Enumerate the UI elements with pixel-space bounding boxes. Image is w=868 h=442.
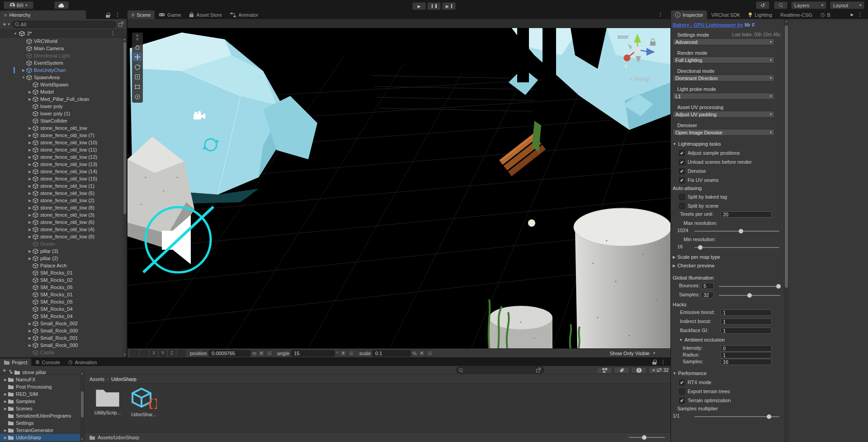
scale-tool-button[interactable] [133, 72, 142, 81]
play-button[interactable]: ▶ [412, 2, 426, 10]
hierarchy-item-stone-fence-old-low[interactable]: ▶stone_fence_old_low [0, 124, 123, 132]
pause-button[interactable] [427, 2, 441, 10]
expand-arrow-icon[interactable]: ▶ [27, 199, 33, 203]
checkbox-unload-scenes-before-render[interactable]: ✔Unload scenes before render [679, 158, 788, 166]
hierarchy-item-stone-fence-old-low-15[interactable]: ▶stone_fence_old_low (15) [0, 175, 123, 182]
filter-by-type-button[interactable] [597, 367, 612, 374]
rotate-tool-button[interactable] [133, 62, 142, 71]
hierarchy-item-stone-fence-old-low-1[interactable]: ▶stone_fence_old_low (1) [0, 182, 123, 190]
open-window-icon[interactable] [536, 367, 541, 373]
dropdown-denoiser[interactable]: Open Image Denoise▾ [673, 129, 774, 136]
angle-plus-button[interactable]: + [340, 350, 346, 356]
tab-hierarchy[interactable]: ≡ Hierarchy [0, 10, 86, 19]
hierarchy-item-stone-fence-old-low-4[interactable]: ▶stone_fence_old_low (4) [0, 226, 123, 233]
expand-arrow-icon[interactable]: ▶ [27, 162, 33, 166]
perspective-label[interactable]: < Persp [629, 76, 650, 82]
foldout-arrow-icon[interactable]: ▼ [14, 32, 17, 36]
lock-icon[interactable] [652, 359, 657, 365]
step-button[interactable]: ▶ [442, 2, 456, 10]
filter-by-label-button[interactable] [614, 367, 629, 374]
expand-arrow-icon[interactable]: ▶ [27, 336, 33, 340]
input-samples[interactable]: 16 [721, 359, 772, 365]
project-folder-udonsharp[interactable]: ▶UdonSharp [0, 434, 84, 441]
hierarchy-item-eventsystem[interactable]: EventSystem [0, 59, 123, 67]
project-folder-scenes[interactable]: ▶Scenes [0, 405, 84, 412]
tab-animation[interactable]: ◷Animation [64, 358, 101, 366]
hierarchy-item-vrcworld[interactable]: VRCWorld [0, 38, 123, 45]
expand-arrow-icon[interactable]: ▶ [27, 228, 33, 232]
input-backface-gi[interactable]: 1 [721, 328, 772, 334]
expand-arrow-icon[interactable]: ▶ [27, 213, 33, 217]
expand-arrow-icon[interactable]: ▶ [27, 170, 33, 174]
hierarchy-item-sm-rocks-01[interactable]: SM_Rocks_01 [0, 269, 123, 276]
tab-inspector[interactable]: i Inspector [671, 10, 707, 19]
checkbox-rtx-mode[interactable]: ✔RTX mode [679, 379, 788, 386]
axis-z-toggle[interactable]: Z [168, 350, 175, 356]
input-intensity[interactable]: 0 [721, 345, 772, 352]
input-bounces[interactable]: 5 [701, 283, 714, 289]
expand-arrow-icon[interactable]: ▶ [27, 90, 33, 94]
hand-tool-button[interactable] [133, 43, 142, 51]
hierarchy-item-pillar-3[interactable]: ▶pillar (3) [0, 247, 123, 255]
hierarchy-item-stone-fence-old-low-7[interactable]: ▶stone_fence_old_low (7) [0, 132, 123, 139]
project-folder-namufx[interactable]: ▶NamuFX [0, 376, 84, 383]
hierarchy-scrollbar[interactable]: ▲ ▼ [123, 38, 127, 356]
move-tool-button[interactable] [133, 52, 142, 61]
hierarchy-search-input[interactable]: All [12, 21, 116, 28]
hierarchy-item-palace-arch[interactable]: Palace Arch [0, 262, 123, 269]
alert-filter-button[interactable] [631, 367, 646, 374]
hierarchy-item-small-rock-000[interactable]: ▶Small_Rock_000 [0, 342, 123, 349]
input-samples[interactable]: 32 [701, 292, 714, 298]
tab-game[interactable]: Game [155, 10, 185, 19]
project-search-input[interactable] [456, 366, 544, 374]
scene-viewport[interactable]: y z x < Persp [127, 28, 670, 348]
asset-tile-udonsharp[interactable]: {} UdonShar... [127, 387, 161, 417]
input-radius[interactable]: 1 [721, 352, 772, 358]
expand-arrow-icon[interactable]: ▶ [27, 257, 33, 261]
panel-menu-icon[interactable]: ⋮ [857, 11, 863, 18]
hierarchy-item-stone-fence-old-low-8[interactable]: ▶stone_fence_old_low (8) [0, 204, 123, 211]
checkbox-terrain-optimization[interactable]: ✔Terrain optimization [679, 397, 788, 404]
hierarchy-item-ocean[interactable]: Ocean [0, 240, 123, 247]
hierarchy-item-stone-fence-old-low-3[interactable]: ▶stone_fence_old_low (3) [0, 211, 123, 219]
hierarchy-item-sm-rocks-04[interactable]: SM_Rocks_04 [0, 313, 123, 320]
account-button[interactable]: BR ▾ [4, 1, 33, 9]
bakery-link[interactable]: Bakery - GPU Lightmapper by Mr F [673, 22, 788, 28]
tab-clipped[interactable]: ◷ B [816, 10, 835, 19]
slider[interactable] [694, 416, 779, 417]
scale-plus-button[interactable]: + [419, 350, 425, 356]
tab-project[interactable]: Project [0, 358, 31, 366]
tab-console[interactable]: ≣Console [31, 358, 64, 366]
hierarchy-item-stone-fence-old-low-13[interactable]: ▶stone_fence_old_low (13) [0, 161, 123, 168]
position-plus-button[interactable]: + [258, 350, 264, 356]
light-gizmo[interactable] [528, 219, 535, 227]
hierarchy-item-med-pillar-full-clean[interactable]: ▶Med_Pillar_Full_clean [0, 95, 123, 103]
foldout-performance[interactable]: ▼Performance [673, 370, 788, 376]
transform-tool-button[interactable] [133, 92, 142, 101]
hierarchy-item-sm-rocks-01[interactable]: SM_Rocks_01 [0, 291, 123, 298]
foldout-checker-preview[interactable]: ▶Checker preview [673, 262, 788, 269]
slider[interactable] [694, 247, 779, 248]
project-folder-stone-pillar[interactable]: ▶stone pillar [0, 370, 84, 376]
hierarchy-item-spawnarea[interactable]: ▼SpawnArea [0, 74, 123, 81]
hidden-count-toggle[interactable]: 32 [656, 367, 669, 373]
position-input[interactable]: 0.0009765 [209, 350, 250, 356]
hierarchy-item-stone-fence-old-low-9[interactable]: ▶stone_fence_old_low (9) [0, 233, 123, 240]
expand-arrow-icon[interactable]: ▶ [27, 220, 33, 224]
project-folder-red-sim[interactable]: ▶RED_SIM [0, 390, 84, 398]
expand-arrow-icon[interactable]: ▶ [27, 329, 33, 333]
lock-icon[interactable] [105, 12, 110, 18]
dropdown-render-mode[interactable]: Full Lighting▾ [673, 57, 774, 63]
hierarchy-item-lower-poly[interactable]: lower poly [0, 103, 123, 110]
scale-input[interactable]: 0.1 [373, 350, 410, 356]
inspector-scrollbar[interactable]: ▲ [784, 19, 789, 442]
project-folder-samples[interactable]: ▶Samples [0, 398, 84, 405]
foldout-ambient-occlusion[interactable]: ▼Ambient occlusion [679, 337, 788, 343]
hierarchy-item-main-camera[interactable]: Main Camera [0, 45, 123, 52]
foldout-scale-per-map-type[interactable]: ▶Scale per map type [673, 254, 788, 260]
search-button[interactable] [774, 1, 788, 9]
hierarchy-item-stone-fence-old-low-12[interactable]: ▶stone_fence_old_low (12) [0, 153, 123, 161]
tool-slot[interactable] [140, 350, 148, 356]
breadcrumb-assets[interactable]: Assets [90, 376, 104, 382]
tool-slot[interactable] [177, 350, 185, 356]
